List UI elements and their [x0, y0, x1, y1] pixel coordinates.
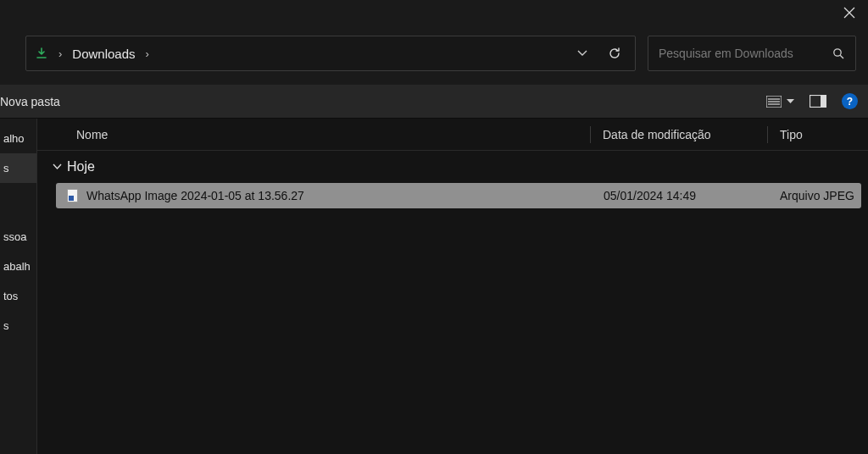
new-folder-button[interactable]: Nova pasta — [0, 95, 60, 108]
close-button[interactable] — [831, 0, 868, 25]
history-dropdown-button[interactable] — [577, 50, 587, 57]
sidebar-item[interactable]: s — [0, 311, 36, 340]
navigation-pane: alhos ssoaabalhtoss — [0, 119, 37, 454]
download-icon — [35, 47, 48, 60]
sidebar-item[interactable]: abalh — [0, 252, 36, 281]
file-name: WhatsApp Image 2024-01-05 at 13.56.27 — [86, 189, 592, 202]
file-type: Arquivo JPEG — [768, 189, 854, 202]
search-input[interactable]: Pesquisar em Downloads — [648, 36, 856, 71]
file-date: 05/01/2024 14:49 — [592, 189, 768, 202]
address-row: › Downloads › Pesquisar em Downloads — [0, 29, 868, 85]
sidebar-item[interactable]: s — [0, 153, 36, 183]
column-header-type[interactable]: Tipo — [768, 128, 803, 141]
sidebar-item[interactable]: ssoa — [0, 222, 36, 252]
sidebar-item[interactable]: tos — [0, 281, 36, 311]
preview-pane-icon — [810, 95, 826, 108]
chevron-down-icon — [577, 50, 587, 57]
refresh-icon — [608, 47, 621, 60]
help-button[interactable]: ? — [842, 93, 858, 109]
breadcrumb-item[interactable]: Downloads — [72, 47, 135, 61]
file-icon — [64, 189, 80, 202]
caret-down-icon — [787, 99, 794, 104]
titlebar — [0, 0, 868, 29]
details-pane-button[interactable] — [810, 95, 826, 108]
file-list-area: Nome Data de modificação Tipo Hoje Whats… — [37, 119, 868, 454]
toolbar: Nova pasta ? — [0, 85, 868, 119]
file-row[interactable]: WhatsApp Image 2024-01-05 at 13.56.2705/… — [56, 183, 861, 208]
group-label: Hoje — [67, 159, 95, 174]
svg-point-3 — [834, 48, 841, 55]
search-placeholder: Pesquisar em Downloads — [659, 47, 793, 60]
svg-rect-10 — [821, 96, 826, 108]
sidebar-item[interactable]: alho — [0, 124, 36, 153]
search-icon — [832, 47, 845, 60]
list-icon — [766, 96, 782, 108]
chevron-down-icon — [53, 163, 62, 170]
refresh-button[interactable] — [608, 47, 621, 60]
svg-line-4 — [840, 55, 843, 58]
chevron-right-icon: › — [58, 47, 62, 60]
column-headers: Nome Data de modificação Tipo — [37, 119, 868, 151]
body: alhos ssoaabalhtoss Nome Data de modific… — [0, 119, 868, 454]
column-header-name[interactable]: Nome — [37, 128, 590, 141]
close-icon — [843, 7, 855, 19]
chevron-right-icon: › — [146, 47, 149, 60]
group-header[interactable]: Hoje — [37, 151, 868, 183]
address-bar[interactable]: › Downloads › — [25, 36, 636, 71]
column-header-date[interactable]: Data de modificação — [591, 128, 767, 141]
view-mode-button[interactable] — [766, 96, 794, 108]
